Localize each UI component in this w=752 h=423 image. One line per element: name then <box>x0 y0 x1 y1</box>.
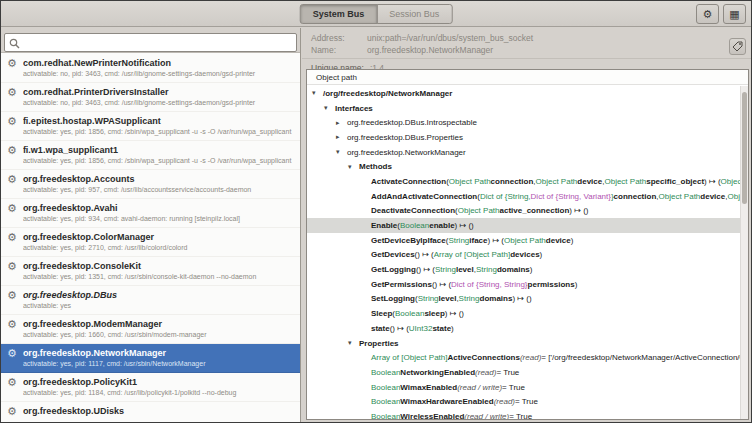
service-gear-icon: ⚙ <box>7 144 17 157</box>
tree-text-segment: Dict of {String, String} <box>451 280 527 289</box>
tree-text-segment: Methods <box>359 162 392 171</box>
expander-closed-icon[interactable]: ▸ <box>336 133 347 141</box>
expander-open-icon[interactable]: ▾ <box>348 339 359 347</box>
list-item[interactable]: ⚙org.freedesktop.ColorManageractivatable… <box>1 228 300 257</box>
tree-text-segment: /org/freedesktop/NetworkManager <box>323 89 452 98</box>
search-bar <box>1 28 300 53</box>
tree-row[interactable]: GetPermissions () ↦ (Dict of {String, St… <box>307 277 740 292</box>
tree-text-segment: GetDevices <box>371 250 415 259</box>
tree-row[interactable]: ▸org.freedesktop.DBus.Introspectable <box>307 115 740 130</box>
object-tree-container: Object path ▾/org/freedesktop/NetworkMan… <box>306 69 749 420</box>
tree-row[interactable]: SetLogging (String level, String domains… <box>307 292 740 307</box>
services-list: ⚙com.redhat.NewPrinterNotificationactiva… <box>1 54 300 422</box>
expander-open-icon[interactable]: ▾ <box>348 163 359 171</box>
tree-text-segment: devices <box>510 250 539 259</box>
expander-closed-icon[interactable]: ▸ <box>336 119 347 127</box>
name-value: org.freedesktop.NetworkManager <box>367 45 493 55</box>
tag-button[interactable] <box>729 38 746 55</box>
tree-row[interactable]: Boolean WirelessEnabled (read / write) =… <box>307 409 740 419</box>
tree-text-segment: = True <box>515 397 538 406</box>
tree-row[interactable]: ▾org.freedesktop.NetworkManager <box>307 145 740 160</box>
tree-text-segment: WirelessEnabled <box>400 412 464 419</box>
tree-text-segment: () ↦ ( <box>416 265 435 274</box>
tree-row[interactable]: AddAndActivateConnection (Dict of {Strin… <box>307 189 740 204</box>
tree-text-segment: Object Path <box>504 236 546 245</box>
tree-row[interactable]: DeactivateConnection (Object Path active… <box>307 204 740 219</box>
tag-icon <box>732 40 743 55</box>
tree-text-segment: Array of [Object Path] <box>434 250 510 259</box>
list-item[interactable]: ⚙com.redhat.NewPrinterNotificationactiva… <box>1 54 300 83</box>
tree-text-segment: Object Path <box>604 177 646 186</box>
expander-open-icon[interactable]: ▾ <box>336 148 347 156</box>
grid-menu-icon: ▦ <box>729 8 739 20</box>
tab-session-bus[interactable]: Session Bus <box>376 4 452 24</box>
service-detail: activatable: yes, pid: 1351, cmd: /usr/s… <box>23 272 296 282</box>
tree-text-segment: GetPermissions <box>371 280 432 289</box>
expander-open-icon[interactable]: ▾ <box>312 89 323 97</box>
list-item[interactable]: ⚙org.freedesktop.ModemManageractivatable… <box>1 315 300 344</box>
service-name: fi.epitest.hostap.WPASupplicant <box>23 115 296 127</box>
search-input[interactable] <box>4 33 297 52</box>
tree-text-segment: device <box>546 236 571 245</box>
list-item[interactable]: ⚙org.freedesktop.ConsoleKitactivatable: … <box>1 257 300 286</box>
list-item[interactable]: ⚙org.freedesktop.NetworkManageractivatab… <box>1 344 300 373</box>
tree-text-segment: iface <box>469 236 487 245</box>
service-detail: activatable: yes <box>23 301 296 311</box>
tree-text-segment: Boolean <box>371 383 400 392</box>
tree-text-segment: String <box>476 265 497 274</box>
service-gear-icon: ⚙ <box>7 405 17 418</box>
settings-button[interactable]: ⚙ <box>696 4 719 24</box>
list-item[interactable]: ⚙org.freedesktop.Avahiactivatable: yes, … <box>1 199 300 228</box>
tree-text-segment: () ↦ ( <box>390 324 409 333</box>
list-item[interactable]: ⚙org.freedesktop.UDisks <box>1 402 300 422</box>
list-item[interactable]: ⚙fi.w1.wpa_supplicant1activatable: yes, … <box>1 141 300 170</box>
list-item[interactable]: ⚙fi.epitest.hostap.WPASupplicantactivata… <box>1 112 300 141</box>
app-menu-button[interactable]: ▦ <box>723 4 746 24</box>
tree-text-segment: ) ↦ () <box>569 206 588 215</box>
tree-row[interactable]: Enable (Boolean enable) ↦ () <box>307 218 740 233</box>
tree-row[interactable]: ▾Properties <box>307 336 740 351</box>
tree-text-segment: () ↦ ( <box>415 250 434 259</box>
service-name: org.freedesktop.ModemManager <box>23 318 296 330</box>
tree-row[interactable]: GetDevices () ↦ (Array of [Object Path] … <box>307 248 740 263</box>
list-item[interactable]: ⚙org.freedesktop.Accountsactivatable: ye… <box>1 170 300 199</box>
service-name: org.freedesktop.UDisks <box>23 405 296 417</box>
tree-text-segment: Interfaces <box>335 104 373 113</box>
tree-column-header[interactable]: Object path <box>307 70 748 85</box>
tree-text-segment: (read) <box>520 353 541 362</box>
tree-row[interactable]: ▾/org/freedesktop/NetworkManager <box>307 86 740 101</box>
tree-text-segment: org.freedesktop.NetworkManager <box>347 148 466 157</box>
tree-text-segment: UInt32 <box>409 324 433 333</box>
tree-row[interactable]: Boolean WimaxHardwareEnabled (read) = Tr… <box>307 394 740 409</box>
tree-row[interactable]: ▾Interfaces <box>307 101 740 116</box>
list-item[interactable]: ⚙org.freedesktop.DBusactivatable: yes <box>1 286 300 315</box>
tree-text-segment: ) ↦ () <box>445 309 464 318</box>
tree-text-segment: connection <box>491 177 534 186</box>
tree-text-segment: NetworkingEnabled <box>400 368 475 377</box>
tree-row[interactable]: ▾Methods <box>307 159 740 174</box>
tree-text-segment: org.freedesktop.DBus.Properties <box>347 133 463 142</box>
tree-scrollbar[interactable] <box>740 86 748 419</box>
service-name: org.freedesktop.PolicyKit1 <box>23 376 296 388</box>
tree-row[interactable]: Array of [Object Path] ActiveConnections… <box>307 350 740 365</box>
tree-row[interactable]: Boolean WimaxEnabled (read / write) = Tr… <box>307 380 740 395</box>
tree-text-segment: String <box>459 294 480 303</box>
expander-open-icon[interactable]: ▾ <box>324 104 335 112</box>
tree-row[interactable]: Boolean NetworkingEnabled (read) = True <box>307 365 740 380</box>
tree-text-segment: state <box>371 324 390 333</box>
tree-row[interactable]: state () ↦ (UInt32 state) <box>307 321 740 336</box>
list-item[interactable]: ⚙org.freedesktop.PolicyKit1activatable: … <box>1 373 300 402</box>
tab-system-bus[interactable]: System Bus <box>300 4 378 24</box>
service-name: com.redhat.NewPrinterNotification <box>23 57 296 69</box>
service-name: com.redhat.PrinterDriversInstaller <box>23 86 296 98</box>
tree-row[interactable]: Sleep (Boolean sleep) ↦ () <box>307 306 740 321</box>
scrollbar-thumb[interactable] <box>742 92 747 204</box>
tree-row[interactable]: GetDeviceByIpIface (String iface) ↦ (Obj… <box>307 233 740 248</box>
list-item[interactable]: ⚙com.redhat.PrinterDriversInstalleractiv… <box>1 83 300 112</box>
tree-text-segment: Boolean <box>371 397 400 406</box>
tree-row[interactable]: ActivateConnection (Object Path connecti… <box>307 174 740 189</box>
tree-row[interactable]: GetLogging () ↦ (String level, String do… <box>307 262 740 277</box>
tree-text-segment: Object Path <box>659 192 701 201</box>
tree-row[interactable]: ▸org.freedesktop.DBus.Properties <box>307 130 740 145</box>
service-gear-icon: ⚙ <box>7 347 17 360</box>
